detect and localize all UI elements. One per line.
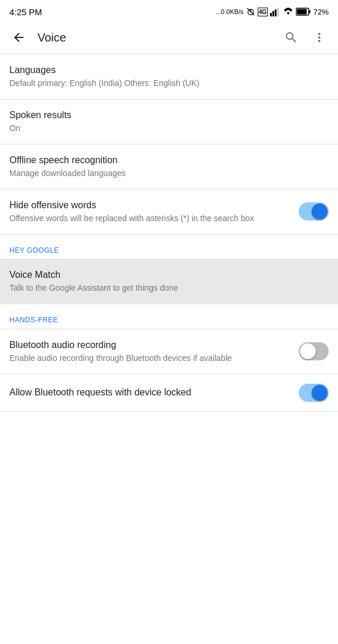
alarm-off-icon	[246, 7, 255, 16]
page-title: Voice	[33, 31, 277, 44]
signal-icon	[270, 7, 281, 16]
status-icons: ...0.0KB/s 4G 72%	[216, 7, 329, 16]
offline-speech-subtitle: Manage downloaded languages	[9, 168, 329, 180]
bluetooth-locked-toggle[interactable]	[299, 384, 329, 402]
svg-rect-6	[277, 8, 279, 16]
hands-free-section-header: HANDS-FREE	[0, 304, 338, 329]
bluetooth-locked-item[interactable]: Allow Bluetooth requests with device loc…	[0, 374, 338, 411]
hide-offensive-title: Hide offensive words	[9, 199, 289, 212]
app-bar-actions	[277, 23, 333, 51]
hide-offensive-toggle[interactable]	[299, 202, 329, 221]
offline-speech-title: Offline speech recognition	[9, 154, 329, 167]
voice-match-subtitle: Talk to the Google Assistant to get thin…	[9, 283, 329, 294]
languages-subtitle: Default primary: English (India) Others:…	[9, 78, 329, 89]
svg-rect-9	[309, 11, 310, 13]
svg-rect-5	[275, 9, 276, 16]
battery-percent: 72%	[313, 8, 329, 16]
bluetooth-audio-toggle[interactable]	[299, 342, 329, 360]
divider-8	[0, 411, 338, 412]
svg-rect-8	[296, 9, 306, 15]
app-bar: Voice	[0, 21, 338, 54]
bluetooth-audio-subtitle: Enable audio recording through Bluetooth…	[9, 353, 289, 364]
voice-match-title: Voice Match	[9, 268, 329, 281]
bluetooth-locked-title: Allow Bluetooth requests with device loc…	[9, 386, 289, 399]
spoken-results-item[interactable]: Spoken results On	[0, 99, 338, 144]
bluetooth-audio-item[interactable]: Bluetooth audio recording Enable audio r…	[0, 329, 338, 374]
battery-icon	[296, 8, 311, 16]
bluetooth-audio-title: Bluetooth audio recording	[9, 339, 289, 352]
status-time: 4:25 PM	[9, 7, 42, 17]
languages-title: Languages	[9, 64, 329, 77]
spoken-results-title: Spoken results	[9, 109, 329, 122]
languages-item[interactable]: Languages Default primary: English (Indi…	[0, 54, 338, 99]
wifi-icon	[283, 7, 293, 16]
svg-rect-3	[270, 13, 272, 16]
network-status: ...0.0KB/s	[216, 8, 244, 15]
offline-speech-item[interactable]: Offline speech recognition Manage downlo…	[0, 144, 338, 189]
volte-icon: 4G	[258, 8, 268, 16]
hide-offensive-item[interactable]: Hide offensive words Offensive words wil…	[0, 190, 338, 234]
status-bar: 4:25 PM ...0.0KB/s 4G 72%	[0, 0, 338, 21]
svg-rect-4	[272, 11, 274, 16]
voice-match-item[interactable]: Voice Match Talk to the Google Assistant…	[0, 259, 338, 304]
hey-google-section-header: HEY GOOGLE	[0, 235, 338, 259]
spoken-results-subtitle: On	[9, 123, 329, 135]
back-button[interactable]	[5, 23, 33, 51]
more-options-button[interactable]	[305, 23, 333, 51]
hide-offensive-subtitle: Offensive words will be replaced with as…	[9, 213, 289, 225]
search-button[interactable]	[277, 23, 305, 51]
